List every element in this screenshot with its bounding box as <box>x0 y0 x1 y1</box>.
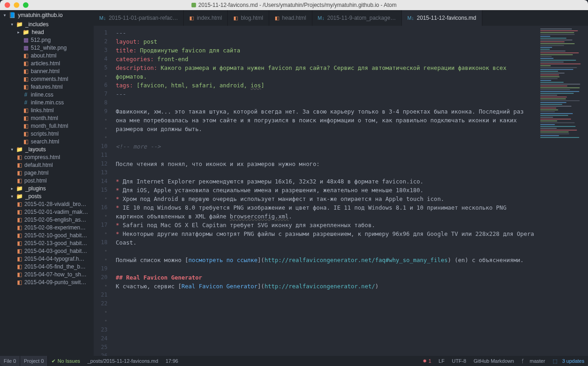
tree-file[interactable]: ◧comments.html <box>0 75 94 83</box>
file-icon: ◧ <box>23 68 28 74</box>
tree-folder[interactable]: ▸📁_plugins <box>0 184 94 192</box>
status-file-path[interactable]: _posts/2015-11-12-favicons.md <box>84 356 162 366</box>
tree-file[interactable]: ◧2015-02-13-good_habit… <box>0 239 94 247</box>
tree-file[interactable]: ◧page.html <box>0 169 94 177</box>
tree-file[interactable]: ◧features.html <box>0 83 94 91</box>
tree-file[interactable]: ◧2015-01-28-vivaldi_bro… <box>0 200 94 208</box>
file-icon: ◧ <box>23 52 28 59</box>
file-icon: ◧ <box>23 115 28 121</box>
branch-icon: ᚶ <box>521 358 525 364</box>
status-git-branch[interactable]: ᚶ master <box>518 356 549 366</box>
file-icon: ◧ <box>17 248 22 254</box>
file-icon: ◧ <box>17 162 22 168</box>
tree-file[interactable]: ◧links.html <box>0 106 94 114</box>
tree-file[interactable]: ◧search.html <box>0 137 94 145</box>
tab[interactable]: ◧head.html <box>269 10 312 26</box>
tree-file[interactable]: ◧2015-04-09-punto_swit… <box>0 278 94 286</box>
tab[interactable]: M↓2015-11-9-atom_package… <box>312 10 402 26</box>
file-tree[interactable]: ▾📘ymatuhin.github.io ▾📁_includes▸📁head▦5… <box>0 10 94 356</box>
file-icon: ◧ <box>17 217 22 223</box>
status-issues[interactable]: ✔No Issues <box>48 356 84 366</box>
tab[interactable]: ◧blog.html <box>228 10 269 26</box>
tree-file[interactable]: ▦512.png <box>0 36 94 44</box>
status-project-count[interactable]: Project 0 <box>20 356 48 366</box>
tree-file[interactable]: ◧banner.html <box>0 67 94 75</box>
text-editor[interactable]: ---layout: posttitle: Продвинутые favico… <box>112 26 537 356</box>
tree-file[interactable]: ◧2015-02-05-english_as… <box>0 216 94 223</box>
tab[interactable]: ◧index.html <box>184 10 228 26</box>
status-line-ending[interactable]: LF <box>435 356 448 366</box>
minimize-icon[interactable] <box>14 2 19 8</box>
tab-label: blog.html <box>241 15 263 21</box>
file-icon: ▦ <box>23 37 28 43</box>
file-icon: ◧ <box>23 107 28 114</box>
package-icon: ⬚ <box>553 358 557 364</box>
tree-file[interactable]: ◧2015-04-04-typograf.h… <box>0 255 94 263</box>
markdown-icon: M↓ <box>99 15 106 21</box>
tree-file[interactable]: #inline.min.css <box>0 98 94 106</box>
tab[interactable]: M↓2015-11-01-partisan-refac… <box>94 10 184 26</box>
file-icon: ◧ <box>17 232 22 239</box>
tab-label: 2015-11-01-partisan-refac… <box>109 15 178 21</box>
tree-folder[interactable]: ▾📁_layouts <box>0 145 94 153</box>
tree-file[interactable]: ◧about.html <box>0 51 94 59</box>
tree-file[interactable]: ◧post.html <box>0 177 94 184</box>
file-icon: ◧ <box>23 60 28 67</box>
status-error-count[interactable]: ✹1 <box>419 356 435 366</box>
window-title: 2015-11-12-favicons.md - /Users/ymatuhin… <box>192 2 397 8</box>
tab-label: index.html <box>197 15 222 21</box>
tree-folder[interactable]: ▾📁_posts <box>0 192 94 200</box>
file-icon: ◧ <box>17 279 22 286</box>
minimap[interactable] <box>537 26 588 356</box>
file-icon: ◧ <box>17 263 22 270</box>
tree-file[interactable]: ◧2015-02-01-vadim_mak… <box>0 208 94 216</box>
file-icon: # <box>23 92 28 98</box>
traffic-lights <box>0 2 28 8</box>
line-number-gutter: 12345•6789•••101112131415•16•17•18••1920… <box>94 26 112 356</box>
tree-folder[interactable]: ▾📁_includes <box>0 20 94 28</box>
tab[interactable]: M↓2015-11-12-favicons.md <box>402 10 482 26</box>
tree-file[interactable]: #inline.css <box>0 91 94 98</box>
tree-file[interactable]: ◧scripts.html <box>0 130 94 137</box>
tree-file[interactable]: ◧articles.html <box>0 59 94 67</box>
file-icon: # <box>23 99 28 106</box>
tree-file[interactable]: ◧2015-04-03-good_habit… <box>0 247 94 255</box>
status-file-count[interactable]: File 0 <box>0 356 20 366</box>
tree-file[interactable]: ◧2015-04-05-find_the_b… <box>0 263 94 270</box>
tab-label: 2015-11-9-atom_package… <box>327 15 396 21</box>
maximize-icon[interactable] <box>23 2 28 8</box>
file-icon: ◧ <box>17 154 22 160</box>
status-cursor-pos[interactable]: 17:96 <box>162 356 182 366</box>
project-root[interactable]: ▾📘ymatuhin.github.io <box>0 10 94 20</box>
window-titlebar: 2015-11-12-favicons.md - /Users/ymatuhin… <box>0 0 588 10</box>
html-icon: ◧ <box>233 15 238 21</box>
tree-file[interactable]: ◧month_full.html <box>0 122 94 130</box>
tree-folder[interactable]: ▸📁head <box>0 28 94 36</box>
status-bar: File 0 Project 0 ✔No Issues _posts/2015-… <box>0 356 588 366</box>
tree-file[interactable]: ◧month.html <box>0 114 94 122</box>
file-icon: ◧ <box>23 138 28 145</box>
tree-file[interactable]: ◧2015-04-07-how_to_sh… <box>0 270 94 278</box>
bug-icon: ✹ <box>423 358 427 364</box>
file-icon: ◧ <box>17 256 22 262</box>
tree-file[interactable]: ◧default.html <box>0 161 94 169</box>
tree-file[interactable]: ▦512_white.png <box>0 44 94 51</box>
tab-label: 2015-11-12-favicons.md <box>417 15 476 21</box>
status-updates[interactable]: ⬚ 3 updates <box>549 356 588 366</box>
close-icon[interactable] <box>5 2 10 8</box>
file-icon: ◧ <box>17 170 22 176</box>
html-icon: ◧ <box>189 15 194 21</box>
file-icon: ◧ <box>23 131 28 137</box>
file-icon: ◧ <box>17 224 22 231</box>
tree-file[interactable]: ◧2015-02-10-good_habit… <box>0 231 94 239</box>
status-grammar[interactable]: GitHub Markdown <box>470 356 518 366</box>
tree-file[interactable]: ◧compress.html <box>0 153 94 161</box>
tree-file[interactable]: ◧2015-02-08-experimen… <box>0 223 94 231</box>
file-icon: ◧ <box>17 177 22 184</box>
status-encoding[interactable]: UTF-8 <box>448 356 470 366</box>
tab-label: head.html <box>282 15 306 21</box>
file-icon: ◧ <box>17 201 22 207</box>
file-type-icon <box>192 3 196 7</box>
markdown-icon: M↓ <box>318 15 325 21</box>
file-icon: ◧ <box>23 84 28 90</box>
